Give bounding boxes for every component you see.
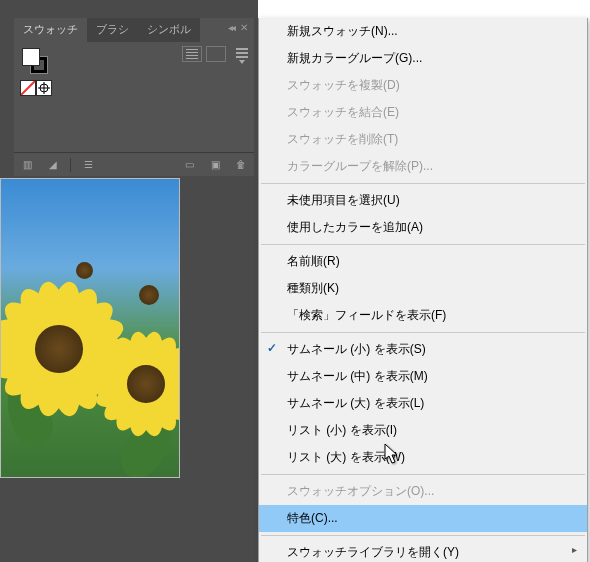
show-kinds-menu-icon[interactable]: ◢ <box>44 157 62 173</box>
delete-swatch-icon[interactable]: 🗑 <box>232 157 250 173</box>
menu-merge-swatch: スウォッチを結合(E) <box>259 99 587 126</box>
swatch-panel-flyout-menu: 新規スウォッチ(N)... 新規カラーグループ(G)... スウォッチを複製(D… <box>258 18 588 562</box>
menu-add-used-colors[interactable]: 使用したカラーを追加(A) <box>259 214 587 241</box>
menu-separator <box>261 244 585 245</box>
menu-ungroup-color-group: カラーグループを解除(P)... <box>259 153 587 180</box>
swatch-none[interactable] <box>20 80 36 96</box>
list-view-icon[interactable] <box>182 46 202 62</box>
panel-tab-bar: スウォッチ ブラシ シンボル ◂◂ ✕ <box>14 18 254 42</box>
menu-separator <box>261 474 585 475</box>
menu-delete-swatch: スウォッチを削除(T) <box>259 126 587 153</box>
menu-new-color-group[interactable]: 新規カラーグループ(G)... <box>259 45 587 72</box>
library-menu-icon[interactable]: ▥ <box>18 157 36 173</box>
fill-color[interactable] <box>22 48 40 66</box>
new-swatch-icon[interactable]: ▣ <box>206 157 224 173</box>
tab-symbols[interactable]: シンボル <box>138 18 200 42</box>
menu-thumb-large[interactable]: サムネール (大) を表示(L) <box>259 390 587 417</box>
swatch-registration[interactable] <box>36 80 52 96</box>
tab-brushes[interactable]: ブラシ <box>87 18 138 42</box>
menu-list-small[interactable]: リスト (小) を表示(I) <box>259 417 587 444</box>
menu-duplicate-swatch: スウォッチを複製(D) <box>259 72 587 99</box>
menu-spot-color[interactable]: 特色(C)... <box>259 505 587 532</box>
menu-select-unused[interactable]: 未使用項目を選択(U) <box>259 187 587 214</box>
menu-sort-kind[interactable]: 種類別(K) <box>259 275 587 302</box>
menu-separator <box>261 332 585 333</box>
menu-new-swatch[interactable]: 新規スウォッチ(N)... <box>259 18 587 45</box>
close-panel-icon[interactable]: ✕ <box>240 22 248 33</box>
panel-flyout-menu-icon[interactable] <box>234 48 250 64</box>
tab-swatches[interactable]: スウォッチ <box>14 18 87 42</box>
menu-show-find[interactable]: 「検索」フィールドを表示(F) <box>259 302 587 329</box>
swatches-panel: スウォッチ ブラシ シンボル ◂◂ ✕ ▥ ◢ ☰ ▭ ▣ 🗑 <box>14 18 254 176</box>
sunflower-image <box>1 179 179 477</box>
fill-stroke-indicator[interactable] <box>22 48 48 74</box>
document-canvas <box>0 178 180 478</box>
menu-open-library[interactable]: スウォッチライブラリを開く(Y) <box>259 539 587 562</box>
menu-separator <box>261 183 585 184</box>
menu-swatch-options: スウォッチオプション(O)... <box>259 478 587 505</box>
grid-view-icon[interactable] <box>206 46 226 62</box>
menu-separator <box>261 535 585 536</box>
menu-list-large[interactable]: リスト (大) を表示(W) <box>259 444 587 471</box>
menu-thumb-small[interactable]: サムネール (小) を表示(S) <box>259 336 587 363</box>
menu-sort-name[interactable]: 名前順(R) <box>259 248 587 275</box>
new-color-group-icon[interactable]: ▭ <box>180 157 198 173</box>
swatch-body <box>14 42 254 152</box>
collapse-icon[interactable]: ◂◂ <box>228 22 234 33</box>
menu-thumb-medium[interactable]: サムネール (中) を表示(M) <box>259 363 587 390</box>
panel-footer: ▥ ◢ ☰ ▭ ▣ 🗑 <box>14 152 254 176</box>
swatch-options-icon[interactable]: ☰ <box>79 157 97 173</box>
